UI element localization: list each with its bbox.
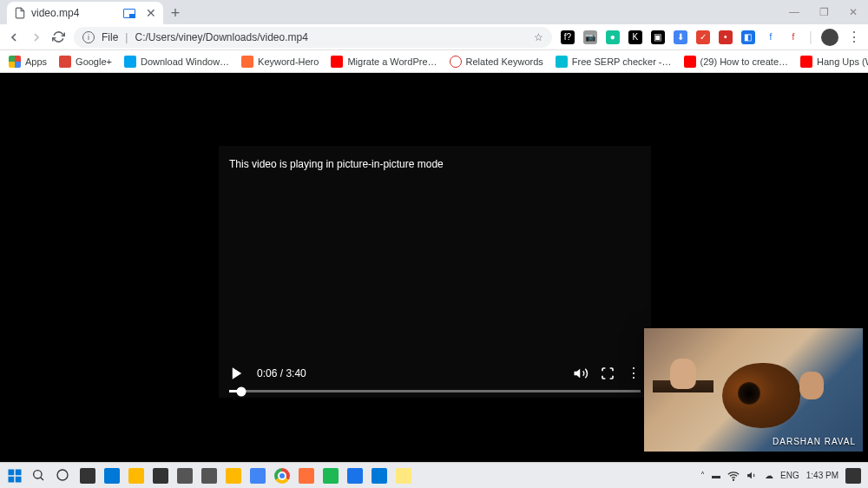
keyword-hero-favicon	[241, 56, 253, 68]
wifi-icon[interactable]	[727, 470, 740, 482]
taskbar-chrome[interactable]	[271, 465, 293, 487]
chrome-icon	[274, 468, 290, 484]
url-separator: |	[125, 31, 128, 43]
explorer-icon	[128, 468, 144, 484]
taskbar-search[interactable]	[28, 465, 50, 487]
video-more-button[interactable]: ⋮	[627, 365, 641, 381]
bookmark-label: Google+	[76, 56, 112, 67]
taskbar-firefox[interactable]	[295, 465, 318, 487]
reload-button[interactable]	[52, 30, 65, 43]
omnibox[interactable]: i File | C:/Users/viney/Downloads/video.…	[74, 27, 552, 48]
browser-tab[interactable]: video.mp4 ✕	[7, 2, 163, 24]
taskbar-task-view[interactable]	[76, 465, 99, 487]
start-icon	[7, 468, 23, 484]
taskbar-app-blue[interactable]	[344, 465, 366, 487]
svg-point-8	[57, 470, 68, 480]
bookmark-hang-ups[interactable]: Hang Ups (Want Yo…	[800, 56, 868, 68]
chrome-menu-button[interactable]: ⋮	[847, 29, 861, 45]
progress-bar[interactable]	[229, 390, 641, 392]
taskbar-ads[interactable]	[247, 465, 269, 487]
bookmark-migrate-wp[interactable]: Migrate a WordPre…	[331, 56, 437, 68]
volume-icon[interactable]	[746, 470, 758, 481]
guitar-image	[679, 354, 800, 432]
taskbar-sticky[interactable]	[222, 465, 245, 487]
maximize-button[interactable]: ❐	[809, 0, 838, 24]
svg-marker-0	[233, 367, 242, 379]
colorzilla-extension-icon[interactable]: ◧	[741, 30, 755, 44]
battery-icon[interactable]: ▬	[712, 471, 720, 480]
taskbar-store[interactable]	[149, 465, 172, 487]
info-icon[interactable]: i	[82, 31, 95, 43]
svg-rect-3	[16, 469, 22, 475]
bookmark-how-to-create[interactable]: (29) How to create…	[684, 56, 788, 68]
f-question-extension-icon[interactable]: f?	[561, 30, 575, 44]
svg-line-7	[41, 477, 43, 479]
svg-marker-1	[575, 368, 581, 378]
pip-ext-extension-icon[interactable]: ▣	[651, 30, 665, 44]
video-time: 0:06 / 3:40	[257, 367, 306, 379]
taskbar-mail[interactable]	[174, 465, 196, 487]
taskbar-cortana[interactable]	[52, 465, 75, 487]
bookmark-label: Related Keywords	[466, 56, 543, 67]
address-bar: i File | C:/Users/viney/Downloads/video.…	[0, 24, 868, 50]
play-button[interactable]	[229, 366, 245, 381]
bookmark-serp-checker[interactable]: Free SERP checker -…	[556, 56, 672, 68]
file-icon	[14, 7, 26, 19]
hand-icon	[670, 359, 696, 389]
tray-chevron-icon[interactable]: ˄	[700, 471, 705, 480]
profile-avatar[interactable]	[821, 29, 838, 46]
clock[interactable]: 1:43 PM	[806, 471, 838, 480]
bookmark-download-windows[interactable]: Download Window…	[124, 56, 229, 68]
sticky-icon	[226, 468, 241, 484]
svg-marker-10	[747, 472, 752, 479]
google-plus-favicon	[59, 56, 71, 68]
onedrive-icon[interactable]: ☁	[765, 471, 773, 480]
bookmark-google-plus[interactable]: Google+	[59, 56, 112, 68]
taskbar-start[interactable]	[3, 465, 26, 487]
notepad-icon	[396, 468, 411, 484]
bookmark-keyword-hero[interactable]: Keyword-Hero	[241, 56, 319, 68]
forward-button[interactable]	[30, 30, 43, 44]
language-indicator[interactable]: ENG	[780, 471, 799, 480]
pip-window[interactable]: DARSHAN RAVAL	[644, 328, 863, 452]
k-circle-extension-icon[interactable]: K	[628, 30, 642, 44]
download-extension-icon[interactable]: ⬇	[674, 30, 687, 44]
facebook-extension-icon[interactable]: f	[764, 30, 778, 44]
back-button[interactable]	[7, 30, 21, 44]
taskbar-notepad[interactable]	[392, 465, 415, 487]
taskbar-explorer[interactable]	[125, 465, 148, 487]
bookmark-apps[interactable]: Apps	[9, 56, 47, 68]
taskbar-settings[interactable]	[198, 465, 220, 487]
pip-caption: DARSHAN RAVAL	[773, 437, 856, 446]
bookmark-label: Apps	[25, 56, 47, 67]
bookmark-related-keywords[interactable]: Related Keywords	[450, 56, 543, 68]
bookmark-label: Keyword-Hero	[258, 56, 319, 67]
pip-indicator-icon	[123, 9, 135, 18]
search-icon	[31, 468, 47, 484]
bookmarks-bar: AppsGoogle+Download Window…Keyword-HeroM…	[0, 50, 868, 73]
video-controls: 0:06 / 3:40 ⋮	[219, 358, 651, 398]
close-window-button[interactable]: ✕	[838, 0, 868, 24]
new-tab-button[interactable]: +	[163, 2, 187, 24]
task-view-icon	[80, 468, 95, 484]
fullscreen-button[interactable]	[601, 366, 615, 380]
progress-thumb[interactable]	[237, 386, 247, 396]
action-center-icon[interactable]	[845, 468, 861, 484]
f-red-extension-icon[interactable]: f	[786, 30, 800, 44]
store-icon	[153, 468, 168, 484]
taskbar-spotify[interactable]	[319, 465, 342, 487]
volume-button[interactable]	[573, 366, 589, 381]
taskbar-edge2[interactable]	[368, 465, 391, 487]
url-scheme: File	[102, 31, 118, 43]
todoist-extension-icon[interactable]: ✓	[696, 30, 710, 44]
grammarly-extension-icon[interactable]: ●	[606, 30, 620, 44]
minimize-button[interactable]: —	[779, 0, 809, 24]
cortana-icon	[56, 468, 71, 484]
lastpass-extension-icon[interactable]: •	[719, 30, 733, 44]
tab-close-button[interactable]: ✕	[146, 6, 156, 20]
camera-extension-icon[interactable]: 📷	[583, 30, 597, 44]
app-blue-icon	[347, 468, 363, 484]
star-icon[interactable]: ☆	[534, 31, 543, 43]
video-player[interactable]: This video is playing in picture-in-pict…	[219, 146, 651, 398]
taskbar-edge[interactable]	[101, 465, 123, 487]
